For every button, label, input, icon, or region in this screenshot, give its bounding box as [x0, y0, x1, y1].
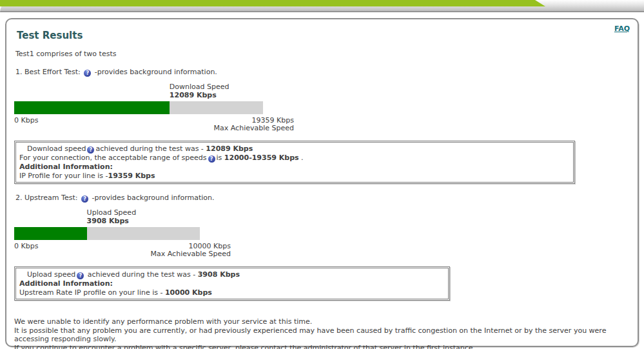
bar-value: 3908 Kbps [87, 217, 200, 225]
help-icon[interactable]: ? [208, 155, 215, 163]
bar-value: 12089 Kbps [170, 91, 263, 99]
section-desc: -provides background information. [95, 68, 217, 76]
footer-line: If you continue to encounter a problem w… [14, 344, 630, 349]
bar-title-block: Upload Speed 3908 Kbps [87, 208, 200, 225]
bar-fill [14, 101, 170, 114]
faq-link-top[interactable]: FAQ [614, 25, 630, 33]
box-text: IP Profile for your line is - [19, 172, 108, 180]
page-title: Test Results [17, 25, 83, 41]
box-text: For your connection, the acceptable rang… [19, 154, 207, 162]
bar-max-label: 10000 Kbps Max Achievable Speed [151, 243, 231, 258]
box-line: Additional Information: [19, 163, 570, 172]
footer-summary: We were unable to identify any performan… [14, 317, 630, 349]
green-accent-bar [0, 0, 545, 6]
box-line: Upstream Rate IP profile on your line is… [19, 288, 445, 297]
bar-title-block: Download Speed 12089 Kbps [170, 83, 263, 99]
bar-title: Upload Speed [87, 208, 200, 217]
box-text: is [217, 154, 224, 162]
section-label: 2. Upstream Test: [15, 194, 77, 202]
bar-max-sublabel: Max Achievable Speed [151, 250, 231, 258]
upload-result-box-inner: Upload speed? achieved during the test w… [15, 268, 449, 299]
section-label: 1. Best Effort Test: [15, 68, 81, 76]
download-speed-chart: Download Speed 12089 Kbps 0 Kbps 19359 K… [14, 83, 263, 132]
section-desc: -provides background information. [92, 194, 214, 202]
download-result-box-inner: Download speed?achieved during the test … [15, 142, 574, 183]
upload-speed-chart: Upload Speed 3908 Kbps 0 Kbps 10000 Kbps… [14, 208, 200, 258]
box-line: IP Profile for your line is -19359 Kbps [19, 172, 570, 181]
help-icon[interactable]: ? [77, 272, 84, 279]
box-value: 12000-19359 Kbps [224, 154, 299, 162]
footer-line: We were unable to identify any performan… [14, 317, 630, 326]
box-line: Upload speed? achieved during the test w… [19, 270, 445, 279]
box-additional-info-label: Additional Information: [19, 163, 113, 171]
box-text: Download speed [27, 145, 86, 153]
bar-title: Download Speed [170, 83, 263, 91]
bar-min-label: 0 Kbps [14, 117, 38, 132]
box-line: Additional Information: [19, 279, 445, 288]
box-line: Download speed?achieved during the test … [19, 145, 570, 154]
bar-max-sublabel: Max Achievable Speed [214, 125, 294, 132]
help-icon[interactable]: ? [87, 146, 94, 154]
section-heading-upstream: 2. Upstream Test: ? -provides background… [15, 194, 630, 203]
box-text: achieved during the test was - [95, 145, 206, 153]
upload-result-box: Upload speed? achieved during the test w… [14, 266, 450, 301]
box-value: 12089 Kbps [206, 145, 253, 153]
help-icon[interactable]: ? [81, 195, 88, 203]
bar-axis-labels: 0 Kbps 10000 Kbps Max Achievable Speed [14, 243, 231, 258]
section-heading-best-effort: 1. Best Effort Test: ? -provides backgro… [15, 68, 630, 77]
help-icon[interactable]: ? [84, 70, 91, 77]
page-subtitle: Test1 comprises of two tests [15, 50, 630, 58]
box-additional-info-label: Additional Information: [19, 279, 113, 288]
results-panel: Test Results FAQ Test1 comprises of two … [5, 18, 639, 347]
bar-fill [14, 227, 87, 240]
bar-track [14, 227, 200, 240]
panel-head: Test Results FAQ [10, 25, 630, 41]
box-text: Upstream Rate IP profile on your line is… [19, 288, 165, 297]
box-value: 19359 Kbps [108, 172, 155, 180]
footer-line: It is possible that any problem you are … [14, 326, 630, 344]
bar-axis-labels: 0 Kbps 19359 Kbps Max Achievable Speed [14, 117, 294, 132]
bar-min-label: 0 Kbps [14, 243, 38, 258]
box-text: . [299, 154, 304, 162]
bar-max-label: 19359 Kbps Max Achievable Speed [214, 117, 294, 132]
box-text: achieved during the test was - [85, 270, 197, 279]
box-text: Upload speed [27, 270, 75, 279]
bar-track [14, 101, 263, 114]
box-value: 10000 Kbps [165, 288, 212, 297]
box-line: For your connection, the acceptable rang… [19, 154, 570, 163]
box-value: 3908 Kbps [198, 270, 240, 279]
download-result-box: Download speed?achieved during the test … [14, 141, 575, 184]
top-bar [0, 0, 644, 14]
